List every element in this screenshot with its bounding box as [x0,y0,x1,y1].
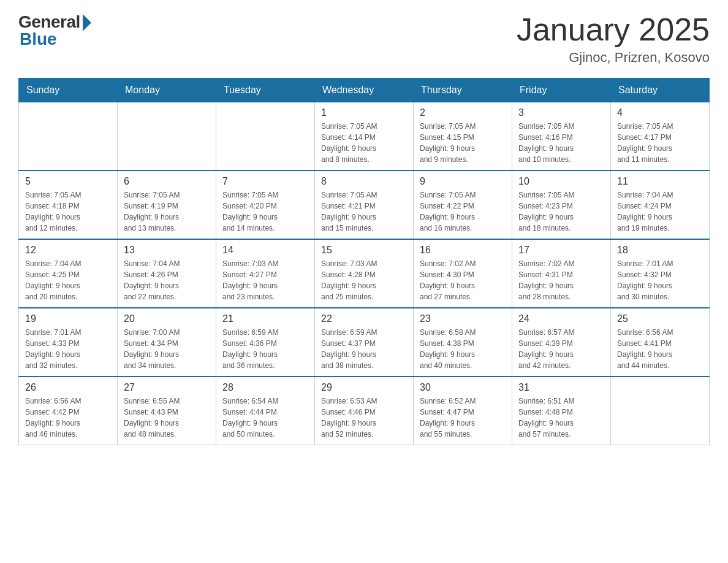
day-of-week-header: Friday [512,79,611,102]
calendar-cell: 12Sunrise: 7:04 AM Sunset: 4:25 PM Dayli… [19,239,118,308]
day-info: Sunrise: 6:54 AM Sunset: 4:44 PM Dayligh… [222,396,308,440]
calendar-cell: 27Sunrise: 6:55 AM Sunset: 4:43 PM Dayli… [118,377,216,445]
calendar-cell: 14Sunrise: 7:03 AM Sunset: 4:27 PM Dayli… [216,239,315,308]
day-number: 23 [420,313,506,324]
day-info: Sunrise: 6:56 AM Sunset: 4:42 PM Dayligh… [25,396,111,440]
calendar-cell: 20Sunrise: 7:00 AM Sunset: 4:34 PM Dayli… [118,308,216,377]
calendar-cell: 21Sunrise: 6:59 AM Sunset: 4:36 PM Dayli… [216,308,315,377]
day-info: Sunrise: 7:05 AM Sunset: 4:23 PM Dayligh… [518,190,604,234]
day-info: Sunrise: 7:05 AM Sunset: 4:19 PM Dayligh… [124,190,210,234]
day-info: Sunrise: 7:05 AM Sunset: 4:16 PM Dayligh… [518,121,604,165]
calendar-cell: 8Sunrise: 7:05 AM Sunset: 4:21 PM Daylig… [315,170,414,239]
day-number: 17 [518,245,604,256]
day-of-week-header: Sunday [19,79,118,102]
calendar-cell: 31Sunrise: 6:51 AM Sunset: 4:48 PM Dayli… [512,377,611,445]
logo: General Blue [18,12,91,49]
month-title: January 2025 [517,12,710,47]
day-number: 16 [420,245,506,256]
day-number: 10 [518,176,604,187]
calendar-cell: 24Sunrise: 6:57 AM Sunset: 4:39 PM Dayli… [512,308,611,377]
day-info: Sunrise: 6:51 AM Sunset: 4:48 PM Dayligh… [518,396,604,440]
day-info: Sunrise: 6:56 AM Sunset: 4:41 PM Dayligh… [617,327,703,371]
day-number: 27 [124,382,210,393]
day-info: Sunrise: 6:52 AM Sunset: 4:47 PM Dayligh… [420,396,506,440]
calendar-cell: 30Sunrise: 6:52 AM Sunset: 4:47 PM Dayli… [414,377,512,445]
calendar-cell: 15Sunrise: 7:03 AM Sunset: 4:28 PM Dayli… [315,239,414,308]
calendar-cell: 5Sunrise: 7:05 AM Sunset: 4:18 PM Daylig… [19,170,118,239]
day-info: Sunrise: 7:05 AM Sunset: 4:18 PM Dayligh… [25,190,111,234]
calendar-cell: 13Sunrise: 7:04 AM Sunset: 4:26 PM Dayli… [118,239,216,308]
day-info: Sunrise: 7:05 AM Sunset: 4:20 PM Dayligh… [222,190,308,234]
calendar-cell: 22Sunrise: 6:59 AM Sunset: 4:37 PM Dayli… [315,308,414,377]
day-info: Sunrise: 7:05 AM Sunset: 4:17 PM Dayligh… [617,121,703,165]
day-info: Sunrise: 6:59 AM Sunset: 4:36 PM Dayligh… [222,327,308,371]
day-number: 31 [518,382,604,393]
day-info: Sunrise: 7:05 AM Sunset: 4:15 PM Dayligh… [420,121,506,165]
calendar-cell: 19Sunrise: 7:01 AM Sunset: 4:33 PM Dayli… [19,308,118,377]
day-info: Sunrise: 7:05 AM Sunset: 4:22 PM Dayligh… [420,190,506,234]
calendar-cell: 2Sunrise: 7:05 AM Sunset: 4:15 PM Daylig… [414,102,512,171]
calendar-cell [611,377,710,445]
day-number: 14 [222,245,308,256]
calendar-cell [216,102,315,171]
day-number: 21 [222,313,308,324]
calendar-cell [118,102,216,171]
calendar-cell: 16Sunrise: 7:02 AM Sunset: 4:30 PM Dayli… [414,239,512,308]
calendar-cell: 1Sunrise: 7:05 AM Sunset: 4:14 PM Daylig… [315,102,414,171]
calendar-cell: 29Sunrise: 6:53 AM Sunset: 4:46 PM Dayli… [315,377,414,445]
day-number: 9 [420,176,506,187]
calendar-cell: 26Sunrise: 6:56 AM Sunset: 4:42 PM Dayli… [19,377,118,445]
day-number: 19 [25,313,111,324]
day-info: Sunrise: 7:01 AM Sunset: 4:33 PM Dayligh… [25,327,111,371]
day-info: Sunrise: 7:00 AM Sunset: 4:34 PM Dayligh… [124,327,210,371]
day-number: 6 [124,176,210,187]
day-number: 8 [321,176,407,187]
day-info: Sunrise: 7:03 AM Sunset: 4:27 PM Dayligh… [222,258,308,302]
day-info: Sunrise: 6:57 AM Sunset: 4:39 PM Dayligh… [518,327,604,371]
calendar-cell: 9Sunrise: 7:05 AM Sunset: 4:22 PM Daylig… [414,170,512,239]
calendar-cell: 18Sunrise: 7:01 AM Sunset: 4:32 PM Dayli… [611,239,710,308]
calendar-cell: 25Sunrise: 6:56 AM Sunset: 4:41 PM Dayli… [611,308,710,377]
calendar-cell: 6Sunrise: 7:05 AM Sunset: 4:19 PM Daylig… [118,170,216,239]
day-number: 2 [420,107,506,118]
day-info: Sunrise: 6:53 AM Sunset: 4:46 PM Dayligh… [321,396,407,440]
page-header: General Blue January 2025 Gjinoc, Prizre… [18,12,710,66]
calendar-cell: 7Sunrise: 7:05 AM Sunset: 4:20 PM Daylig… [216,170,315,239]
day-info: Sunrise: 6:58 AM Sunset: 4:38 PM Dayligh… [420,327,506,371]
day-number: 25 [617,313,703,324]
day-number: 30 [420,382,506,393]
day-info: Sunrise: 7:03 AM Sunset: 4:28 PM Dayligh… [321,258,407,302]
calendar-cell: 4Sunrise: 7:05 AM Sunset: 4:17 PM Daylig… [611,102,710,171]
day-info: Sunrise: 7:05 AM Sunset: 4:21 PM Dayligh… [321,190,407,234]
day-number: 15 [321,245,407,256]
location: Gjinoc, Prizren, Kosovo [517,50,710,66]
day-number: 5 [25,176,111,187]
calendar-table: SundayMondayTuesdayWednesdayThursdayFrid… [18,78,710,445]
calendar-cell: 3Sunrise: 7:05 AM Sunset: 4:16 PM Daylig… [512,102,611,171]
calendar-cell: 17Sunrise: 7:02 AM Sunset: 4:31 PM Dayli… [512,239,611,308]
day-number: 26 [25,382,111,393]
day-number: 4 [617,107,703,118]
day-of-week-header: Monday [118,79,216,102]
day-number: 18 [617,245,703,256]
logo-blue-text: Blue [18,29,57,49]
day-info: Sunrise: 7:04 AM Sunset: 4:25 PM Dayligh… [25,258,111,302]
day-of-week-header: Thursday [414,79,512,102]
calendar-cell: 23Sunrise: 6:58 AM Sunset: 4:38 PM Dayli… [414,308,512,377]
day-info: Sunrise: 6:59 AM Sunset: 4:37 PM Dayligh… [321,327,407,371]
day-info: Sunrise: 7:04 AM Sunset: 4:24 PM Dayligh… [617,190,703,234]
day-info: Sunrise: 6:55 AM Sunset: 4:43 PM Dayligh… [124,396,210,440]
day-number: 22 [321,313,407,324]
day-number: 13 [124,245,210,256]
day-number: 11 [617,176,703,187]
day-number: 20 [124,313,210,324]
day-info: Sunrise: 7:04 AM Sunset: 4:26 PM Dayligh… [124,258,210,302]
day-number: 24 [518,313,604,324]
day-info: Sunrise: 7:05 AM Sunset: 4:14 PM Dayligh… [321,121,407,165]
day-number: 1 [321,107,407,118]
day-number: 7 [222,176,308,187]
calendar-cell: 11Sunrise: 7:04 AM Sunset: 4:24 PM Dayli… [611,170,710,239]
calendar-cell: 28Sunrise: 6:54 AM Sunset: 4:44 PM Dayli… [216,377,315,445]
day-number: 3 [518,107,604,118]
day-number: 28 [222,382,308,393]
